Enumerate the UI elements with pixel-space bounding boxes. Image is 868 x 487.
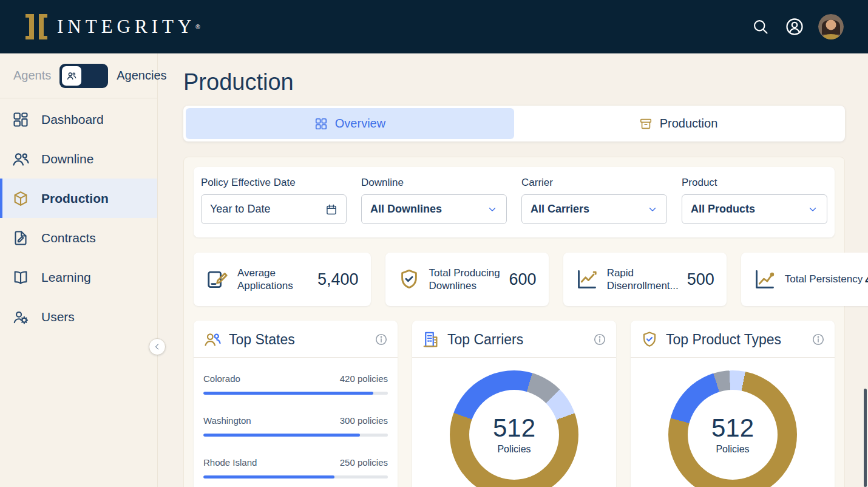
- logo-text: INTEGRITY®: [57, 13, 200, 41]
- downline-select[interactable]: All Downlines: [361, 194, 507, 224]
- sidebar-collapse-button[interactable]: [149, 338, 166, 355]
- app-window: INTEGRITY®: [0, 0, 868, 487]
- charts-section: Top States Colorado 420 policies: [194, 321, 835, 487]
- date-range-input[interactable]: Year to Date: [201, 194, 347, 224]
- downline-select-value: All Downlines: [370, 203, 442, 216]
- top-navbar: INTEGRITY®: [0, 0, 868, 53]
- donut-center: 512 Policies: [469, 390, 559, 480]
- stat-label: Total Persistency: [785, 273, 865, 285]
- stat-value: 4,000: [865, 270, 868, 289]
- kpi-cards: Average Applications 5,400 Total Produci…: [194, 253, 835, 306]
- filter-label: Carrier: [521, 177, 667, 189]
- dashboard-icon: [11, 111, 30, 128]
- production-box-icon: [639, 117, 653, 131]
- integrity-logo-mark: [24, 13, 49, 41]
- donut-label: Policies: [716, 444, 749, 455]
- state-policies: 300 policies: [340, 415, 388, 426]
- tab-label: Overview: [335, 117, 385, 131]
- stat-label: Total Producing Downlines: [429, 267, 509, 293]
- donut-value: 512: [711, 415, 754, 441]
- shield-icon: [398, 268, 423, 291]
- page-title: Production: [183, 69, 845, 95]
- card-header: Top Carriers: [412, 321, 616, 358]
- tab-overview[interactable]: Overview: [186, 108, 514, 139]
- agents-agencies-switch[interactable]: [59, 64, 108, 88]
- contracts-icon: [11, 230, 30, 247]
- chevron-down-icon: [807, 204, 818, 215]
- donut-center: 512 Policies: [688, 390, 778, 480]
- filter-label: Product: [682, 177, 827, 189]
- sidebar-item-label: Users: [41, 310, 75, 324]
- card-header: Top Product Types: [631, 321, 835, 358]
- card-title: Top Product Types: [666, 332, 781, 348]
- search-icon[interactable]: [750, 16, 771, 37]
- product-types-donut-chart: 512 Policies: [631, 370, 835, 487]
- donut-value: 512: [493, 415, 535, 441]
- sidebar-item-label: Contracts: [41, 231, 96, 245]
- state-policies: 420 policies: [340, 373, 388, 384]
- sidebar: Agents Agencies Dashboard: [0, 53, 158, 487]
- active-item-accent: [0, 179, 2, 218]
- sidebar-item-downline[interactable]: Downline: [0, 139, 157, 179]
- stat-card-rapid-disenrollment: Rapid Disenrollment... 500: [563, 253, 727, 306]
- state-name: Washington: [203, 415, 251, 426]
- donut-ring: 512 Policies: [450, 370, 578, 487]
- vertical-scrollbar-thumb[interactable]: [864, 389, 867, 487]
- filter-downline: Downline All Downlines: [361, 177, 507, 224]
- date-range-value: Year to Date: [210, 203, 270, 216]
- sidebar-item-label: Learning: [41, 270, 91, 285]
- sidebar-item-learning[interactable]: Learning: [0, 257, 157, 297]
- calendar-icon: [325, 203, 337, 216]
- chevron-down-icon: [487, 204, 498, 215]
- stat-card-average-applications: Average Applications 5,400: [194, 253, 371, 306]
- registered-mark: ®: [195, 24, 200, 30]
- state-name: Rhode Island: [203, 457, 257, 468]
- card-title: Top States: [229, 332, 295, 348]
- sidebar-item-dashboard[interactable]: Dashboard: [0, 100, 157, 139]
- carrier-select-value: All Carriers: [531, 203, 589, 216]
- top-states-card: Top States Colorado 420 policies: [194, 321, 398, 487]
- donut-ring: 512 Policies: [668, 370, 797, 487]
- info-icon[interactable]: [812, 333, 825, 346]
- agencies-label[interactable]: Agencies: [117, 69, 166, 83]
- downline-icon: [11, 150, 30, 168]
- state-policies: 250 policies: [340, 457, 388, 468]
- filter-carrier: Carrier All Carriers: [521, 177, 667, 224]
- account-icon[interactable]: [784, 16, 805, 37]
- shield-icon: [640, 330, 659, 349]
- state-row: Washington 300 policies: [203, 415, 388, 437]
- states-list: Colorado 420 policies Washington 300 pol…: [194, 358, 398, 487]
- filters-bar: Policy Effective Date Year to Date Downl…: [194, 167, 835, 237]
- user-avatar[interactable]: [818, 14, 844, 39]
- stat-label: Average Applications: [237, 267, 317, 293]
- persistency-chart-icon: [753, 268, 779, 291]
- state-row: Rhode Island 250 policies: [203, 457, 388, 478]
- product-select[interactable]: All Products: [682, 194, 827, 224]
- filter-policy-effective-date: Policy Effective Date Year to Date: [201, 177, 347, 224]
- chevron-down-icon: [647, 204, 658, 215]
- integrity-logo[interactable]: INTEGRITY®: [24, 13, 200, 41]
- stat-value: 5,400: [317, 270, 359, 289]
- sidebar-item-label: Production: [41, 191, 109, 206]
- sidebar-item-production[interactable]: Production: [0, 179, 157, 218]
- view-tabs: Overview Production: [183, 106, 845, 141]
- stat-value: 500: [687, 270, 714, 289]
- people-icon: [203, 330, 222, 349]
- trend-chart-icon: [575, 268, 601, 291]
- donut-label: Policies: [497, 444, 531, 455]
- info-icon[interactable]: [375, 333, 388, 346]
- tab-production[interactable]: Production: [514, 108, 843, 139]
- progress-bar: [203, 392, 388, 395]
- agents-agencies-toggle-row: Agents Agencies: [0, 53, 157, 98]
- state-row: Colorado 420 policies: [203, 373, 388, 395]
- filter-label: Downline: [361, 177, 507, 189]
- main-content: Production Overview Production Po: [158, 53, 868, 487]
- sidebar-item-users[interactable]: Users: [0, 297, 157, 336]
- agents-label[interactable]: Agents: [13, 69, 51, 83]
- applications-icon: [206, 268, 231, 291]
- carriers-donut-chart: 512 Policies: [412, 370, 616, 487]
- sidebar-item-contracts[interactable]: Contracts: [0, 218, 157, 257]
- production-icon: [11, 190, 30, 207]
- carrier-select[interactable]: All Carriers: [521, 194, 667, 224]
- info-icon[interactable]: [593, 333, 606, 346]
